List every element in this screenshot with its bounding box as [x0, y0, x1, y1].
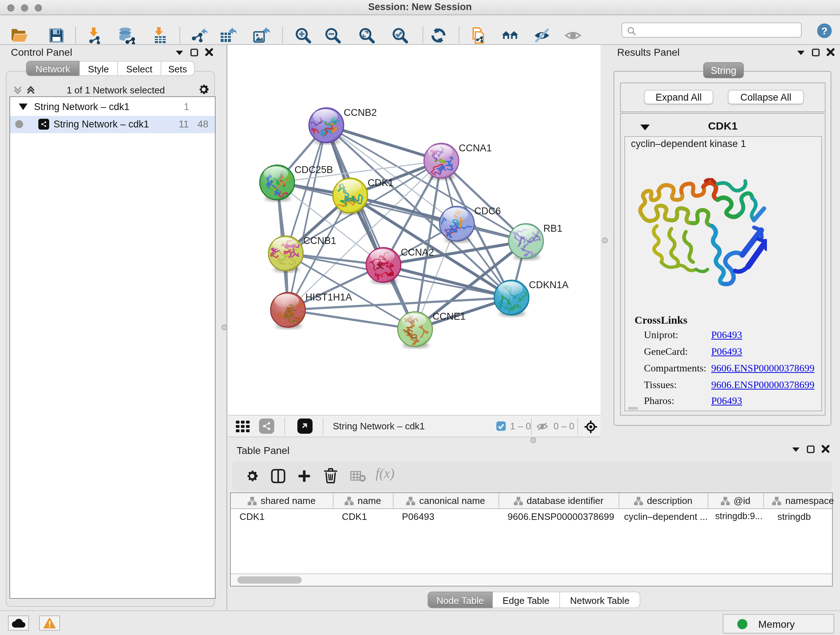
svg-text:CCNE1: CCNE1 — [432, 311, 466, 322]
svg-text:CCNA2: CCNA2 — [401, 247, 434, 258]
svg-text:HIST1H1A: HIST1H1A — [305, 292, 352, 302]
svg-text:CDK1: CDK1 — [368, 177, 393, 188]
svg-text:RB1: RB1 — [543, 223, 562, 234]
svg-text:CDKN1A: CDKN1A — [529, 279, 569, 290]
svg-text:CDC6: CDC6 — [474, 206, 501, 217]
svg-text:CCNB1: CCNB1 — [303, 235, 336, 246]
svg-text:CDC25B: CDC25B — [294, 165, 333, 175]
svg-text:?: ? — [821, 25, 827, 36]
svg-text:CCNB2: CCNB2 — [344, 107, 377, 118]
svg-text:CCNA1: CCNA1 — [459, 143, 492, 154]
